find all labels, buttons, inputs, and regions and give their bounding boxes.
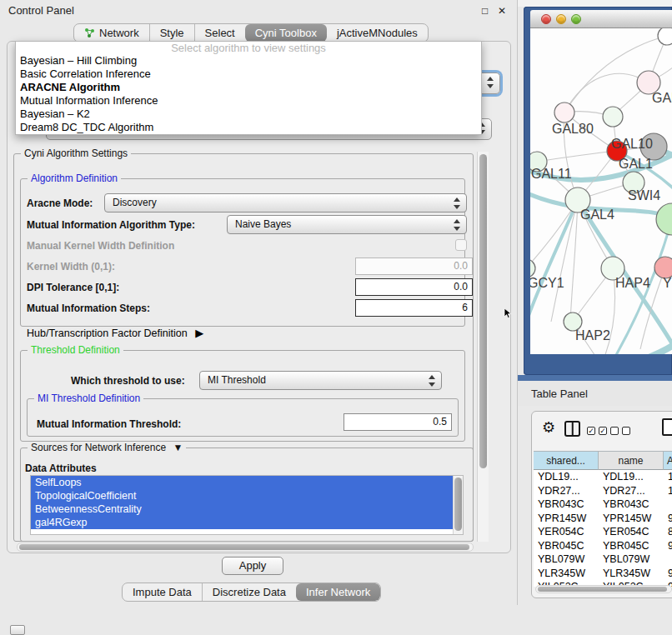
- settings-vertical-scrollbar[interactable]: [477, 152, 489, 542]
- data-attributes-list[interactable]: SelfLoops TopologicalCoefficient Between…: [30, 475, 464, 535]
- stepper-arrows-icon: [429, 375, 435, 387]
- table-row[interactable]: YPR145W YPR145W 9.: [534, 512, 672, 526]
- manual-kernel-label: Manual Kernel Width Definition: [27, 240, 174, 252]
- control-panel-title: Control Panel: [8, 4, 74, 17]
- tab-cyni-toolbox[interactable]: Cyni Toolbox: [245, 24, 327, 42]
- cell: [664, 498, 672, 512]
- list-item[interactable]: gal4RGexp: [31, 516, 453, 529]
- column-header-shared-name[interactable]: shared...: [534, 451, 599, 470]
- group-title: MI Threshold Definition: [34, 392, 143, 404]
- column-header-partial[interactable]: A: [664, 451, 672, 470]
- float-window-icon[interactable]: □: [482, 5, 488, 17]
- aracne-mode-label: Aracne Mode:: [27, 198, 93, 209]
- expand-right-icon: ▶: [195, 327, 203, 339]
- network-window-titlebar[interactable]: [530, 10, 672, 28]
- dropdown-item[interactable]: Basic Correlation Inference: [16, 68, 481, 81]
- maximize-window-icon[interactable]: [571, 14, 581, 24]
- hub-definition-expander[interactable]: Hub/Transcription Factor Definition ▶: [27, 327, 203, 339]
- tab-network[interactable]: Network: [74, 24, 149, 42]
- list-item[interactable]: SelfLoops: [31, 476, 453, 489]
- cell: YDR27...: [534, 484, 599, 498]
- tab-impute-data[interactable]: Impute Data: [123, 583, 202, 601]
- dropdown-item[interactable]: Bayesian – K2: [16, 108, 481, 121]
- dropdown-item[interactable]: Bayesian – Hill Climbing: [16, 54, 481, 68]
- table-row[interactable]: YBL079W YBL079W: [534, 552, 672, 567]
- tab-infer-network[interactable]: Infer Network: [296, 583, 380, 601]
- close-window-icon[interactable]: [541, 14, 551, 24]
- cell: YLR345W: [534, 567, 599, 581]
- data-attributes-label: Data Attributes: [25, 462, 97, 474]
- column-header-name[interactable]: name: [599, 451, 664, 470]
- tab-jactivemnodules[interactable]: jActiveMNodules: [327, 24, 428, 42]
- sources-title: Sources for Network Inference: [31, 442, 166, 453]
- cell: YBR043C: [599, 498, 664, 512]
- table-row[interactable]: YDL19... YDL19... 13: [534, 470, 672, 484]
- collapse-down-icon[interactable]: ▼: [173, 442, 183, 453]
- dropdown-item[interactable]: Mutual Information Inference: [16, 94, 481, 108]
- manual-kernel-checkbox[interactable]: [455, 239, 467, 251]
- list-item[interactable]: TopologicalCoefficient: [31, 489, 453, 502]
- dropdown-item[interactable]: Dream8 DC_TDC Algorithm: [16, 121, 481, 134]
- cell: 8.: [664, 525, 672, 539]
- cell: YBR045C: [534, 539, 599, 553]
- list-vertical-scrollbar[interactable]: [453, 476, 463, 535]
- kernel-width-field[interactable]: 0.0: [355, 258, 473, 275]
- group-title: Threshold Definition: [28, 344, 123, 356]
- mi-type-label: Mutual Information Algorithm Type:: [27, 219, 195, 231]
- table-row[interactable]: YDR27... YDR27... 12: [534, 484, 672, 498]
- dropdown-placeholder: Select algorithm to view settings: [16, 42, 481, 54]
- node-label: GAL10: [611, 137, 653, 151]
- dpi-tolerance-label: DPI Tolerance [0,1]:: [27, 282, 119, 293]
- table-panel: Table Panel ⚙ ✓ ✓ shared... name A YDL19…: [518, 381, 672, 635]
- cell: YBR043C: [534, 498, 599, 512]
- dpi-tolerance-field[interactable]: 0.0: [355, 278, 473, 296]
- cell: YDL19...: [599, 470, 664, 484]
- mi-threshold-field[interactable]: 0.5: [344, 413, 452, 431]
- node-label: HAP4: [615, 276, 650, 290]
- bottom-tabbar: Impute Data Discretize Data Infer Networ…: [122, 582, 381, 602]
- cell: YPR145W: [534, 512, 599, 526]
- apply-button[interactable]: Apply: [222, 557, 283, 575]
- collapsed-panel-chip[interactable]: [10, 625, 25, 635]
- aracne-mode-combobox[interactable]: Discovery: [104, 193, 467, 212]
- cell: 9.: [664, 512, 672, 526]
- aracne-mode-value: Discovery: [113, 197, 157, 208]
- cell: 9.: [664, 539, 672, 553]
- minimize-window-icon[interactable]: [556, 14, 566, 24]
- tab-style[interactable]: Style: [149, 24, 194, 42]
- deselect-all-checkboxes-icon[interactable]: [610, 427, 630, 435]
- cell: YDL19...: [534, 470, 599, 484]
- dropdown-item-selected[interactable]: ARACNE Algorithm: [16, 81, 481, 94]
- columns-icon[interactable]: [564, 421, 580, 437]
- cell: 9.: [664, 567, 672, 581]
- unchecked-box-icon: [610, 427, 619, 435]
- list-item[interactable]: BetweennessCentrality: [31, 502, 453, 516]
- stepper-arrows-icon: [454, 198, 460, 209]
- export-table-icon[interactable]: [662, 418, 672, 436]
- gear-icon[interactable]: ⚙: [542, 418, 555, 437]
- which-threshold-value: MI Threshold: [208, 374, 266, 386]
- table-horizontal-scrollbar[interactable]: [535, 585, 672, 593]
- mi-steps-field[interactable]: 6: [355, 299, 473, 317]
- network-canvas[interactable]: GAL GAL80 GAL10 GAL1 GAL11 SWI4 GAL4 GCY…: [530, 28, 672, 354]
- close-panel-icon[interactable]: ✕: [498, 5, 506, 17]
- table-row[interactable]: YBR045C YBR045C 9.: [534, 539, 672, 553]
- settings-horizontal-scrollbar[interactable]: [17, 542, 474, 552]
- group-title: Algorithm Definition: [28, 172, 121, 184]
- table-panel-title: Table Panel: [531, 388, 588, 400]
- select-all-checkboxes-icon[interactable]: ✓ ✓: [587, 427, 607, 435]
- mi-type-combobox[interactable]: Naive Bayes: [227, 215, 467, 234]
- algorithm-dropdown-popup: Select algorithm to view settings Bayesi…: [15, 41, 482, 135]
- tab-label: Style: [160, 24, 184, 42]
- network-view-window[interactable]: GAL GAL80 GAL10 GAL1 GAL11 SWI4 GAL4 GCY…: [524, 7, 672, 375]
- cell: YER054C: [599, 525, 664, 539]
- table-row[interactable]: YER054C YER054C 8.: [534, 525, 672, 539]
- tab-label: Infer Network: [306, 583, 370, 601]
- table-row[interactable]: YBR043C YBR043C: [534, 498, 672, 512]
- which-threshold-label: Which threshold to use:: [71, 375, 185, 387]
- cell: YDR27...: [599, 484, 664, 498]
- which-threshold-combobox[interactable]: MI Threshold: [199, 371, 442, 390]
- tab-select[interactable]: Select: [194, 24, 245, 42]
- table-row[interactable]: YLR345W YLR345W 9.: [534, 567, 672, 581]
- tab-discretize-data[interactable]: Discretize Data: [202, 583, 296, 601]
